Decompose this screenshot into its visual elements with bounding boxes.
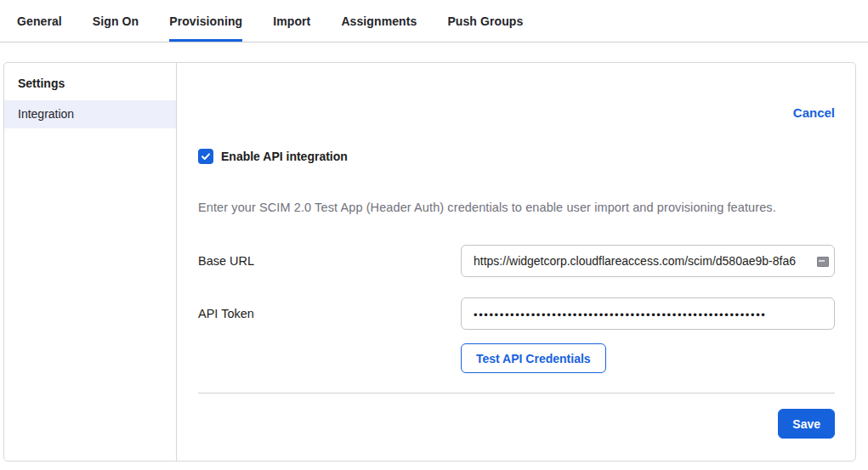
cancel-link[interactable]: Cancel	[793, 105, 835, 120]
clipped-text-block	[817, 257, 829, 267]
tab-import[interactable]: Import	[273, 0, 310, 42]
tab-assignments[interactable]: Assignments	[341, 0, 417, 42]
footer-divider	[198, 393, 835, 394]
sidebar-item-integration[interactable]: Integration	[4, 100, 176, 128]
api-token-input[interactable]: ••••••••••••••••••••••••••••••••••••••••…	[461, 297, 835, 330]
tab-push-groups[interactable]: Push Groups	[447, 0, 523, 42]
sidebar-header-settings: Settings	[4, 71, 176, 100]
provisioning-settings-page: General Sign On Provisioning Import Assi…	[0, 0, 868, 470]
enable-api-checkbox[interactable]	[198, 149, 213, 164]
base-url-input[interactable]: https://widgetcorp.cloudflareaccess.com/…	[461, 245, 835, 277]
enable-api-label: Enable API integration	[221, 150, 348, 163]
settings-sidebar: Settings Integration	[4, 63, 177, 461]
enable-api-row: Enable API integration	[198, 149, 835, 164]
api-token-row: API Token ••••••••••••••••••••••••••••••…	[198, 297, 835, 330]
base-url-value: https://widgetcorp.cloudflareaccess.com/…	[474, 254, 815, 268]
panel-header: Cancel	[198, 105, 835, 122]
tab-sign-on[interactable]: Sign On	[93, 0, 139, 42]
tab-provisioning[interactable]: Provisioning	[169, 0, 242, 42]
settings-card: Settings Integration Cancel Enable API i…	[3, 62, 856, 462]
integration-panel: Cancel Enable API integration Enter your…	[177, 63, 855, 461]
checkmark-icon	[201, 151, 211, 161]
test-button-row: Test API Credentials	[198, 343, 835, 373]
api-token-label: API Token	[198, 307, 461, 320]
base-url-row: Base URL https://widgetcorp.cloudflareac…	[198, 245, 835, 277]
save-button[interactable]: Save	[778, 409, 835, 439]
base-url-label: Base URL	[198, 254, 461, 268]
api-token-masked-value: ••••••••••••••••••••••••••••••••••••••••…	[474, 309, 766, 321]
tab-general[interactable]: General	[17, 0, 62, 42]
panel-footer: Save	[198, 409, 835, 439]
app-tab-bar: General Sign On Provisioning Import Assi…	[0, 0, 868, 42]
test-api-credentials-button[interactable]: Test API Credentials	[461, 343, 606, 373]
credentials-description: Enter your SCIM 2.0 Test App (Header Aut…	[198, 201, 835, 214]
